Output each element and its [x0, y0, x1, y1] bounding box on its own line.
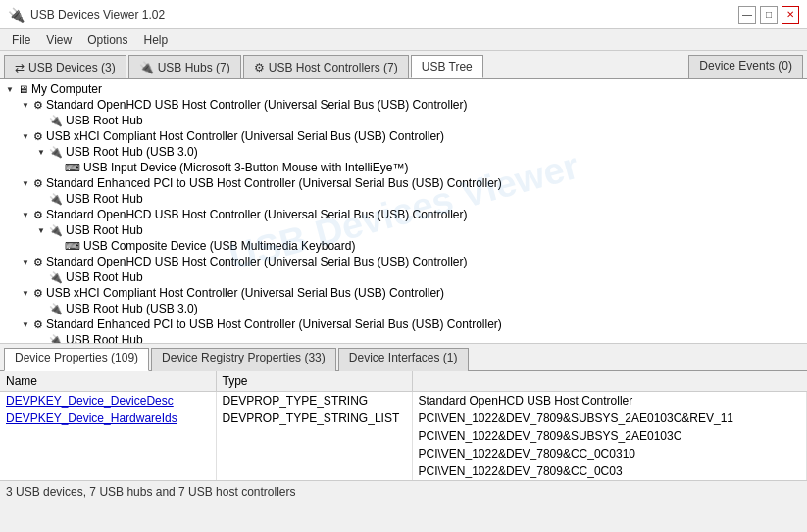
table-row: DEVPKEY_Device_DeviceDescDEVPROP_TYPE_ST… [0, 392, 807, 411]
computer-icon: 🖥 [18, 83, 28, 95]
menu-item-file[interactable]: File [4, 31, 38, 49]
usb-device-icon: ⌨ [65, 162, 80, 174]
col-header-value [412, 371, 807, 392]
tab-usb-devices[interactable]: ⇄USB Devices (3) [4, 55, 126, 78]
hub-icon: 🔌 [49, 334, 63, 345]
tree-area[interactable]: USB Devices Viewer ▼🖥My Computer▼⚙Standa… [0, 79, 807, 344]
tree-label: Standard OpenHCD USB Host Controller (Un… [46, 98, 467, 112]
tree-label: USB xHCI Compliant Host Controller (Univ… [46, 286, 444, 300]
tree-row[interactable]: ▼🔌USB Root Hub (USB 3.0) [0, 144, 807, 160]
prop-type [216, 427, 412, 445]
props-table: Name Type DEVPKEY_Device_DeviceDescDEVPR… [0, 371, 807, 480]
tree-label: USB Root Hub [66, 223, 143, 237]
menu-item-view[interactable]: View [38, 31, 79, 49]
tree-expander[interactable]: ▼ [33, 148, 49, 157]
hub-icon: 🔌 [139, 61, 154, 74]
bottom-tab-device-interfaces[interactable]: Device Interfaces (1) [338, 348, 469, 371]
tree-row[interactable]: ▼⚙Standard OpenHCD USB Host Controller (… [0, 97, 807, 113]
tree-label: USB Root Hub [66, 270, 143, 284]
tree-row[interactable]: 🔌USB Root Hub [0, 191, 807, 207]
status-text: 3 USB devices, 7 USB hubs and 7 USB host… [6, 485, 295, 499]
tree-expander[interactable]: ▼ [18, 258, 33, 266]
tree-expander[interactable]: ▼ [18, 179, 33, 188]
table-row: PCI\VEN_1022&DEV_7809&CC_0C0310 [0, 445, 807, 462]
tab-label: USB Hubs (7) [158, 61, 230, 74]
tree-expander[interactable]: ▼ [18, 132, 33, 141]
prop-name [0, 462, 216, 480]
tree-expander[interactable]: ▼ [2, 85, 18, 94]
tree-expander[interactable]: ▼ [18, 101, 33, 110]
app-title: USB Devices Viewer 1.02 [30, 8, 165, 22]
device-events-button[interactable]: Device Events (0) [688, 55, 803, 78]
maximize-button[interactable]: □ [760, 6, 778, 24]
tree-content: ▼🖥My Computer▼⚙Standard OpenHCD USB Host… [0, 79, 807, 344]
hub-icon: 🔌 [49, 146, 63, 159]
prop-type [216, 445, 412, 462]
app-icon: 🔌 [8, 7, 25, 23]
tree-label: My Computer [31, 82, 102, 96]
tree-label: USB xHCI Compliant Host Controller (Univ… [46, 129, 444, 143]
tree-expander[interactable]: ▼ [18, 320, 33, 329]
close-button[interactable]: ✕ [782, 6, 799, 24]
menu-item-options[interactable]: Options [79, 31, 135, 49]
menu-item-help[interactable]: Help [136, 31, 177, 49]
tree-label: Standard Enhanced PCI to USB Host Contro… [46, 317, 502, 331]
tab-usb-hubs[interactable]: 🔌USB Hubs (7) [128, 55, 241, 78]
tree-expander[interactable]: ▼ [33, 226, 49, 235]
gear-icon: ⚙ [33, 177, 43, 190]
gear-icon: ⚙ [33, 209, 43, 221]
menu-bar: FileViewOptionsHelp [0, 29, 807, 51]
tab-usb-tree[interactable]: USB Tree [411, 55, 483, 78]
col-header-name: Name [0, 371, 216, 392]
table-row: PCI\VEN_1022&DEV_7809&CC_0C03 [0, 462, 807, 480]
title-controls: — □ ✕ [738, 6, 799, 24]
tree-row[interactable]: ⌨USB Input Device (Microsoft 3-Button Mo… [0, 160, 807, 175]
tree-row[interactable]: ▼⚙Standard OpenHCD USB Host Controller (… [0, 254, 807, 269]
tree-row[interactable]: ▼⚙USB xHCI Compliant Host Controller (Un… [0, 285, 807, 301]
tab-usb-host-controllers[interactable]: ⚙USB Host Controllers (7) [243, 55, 409, 78]
status-bar: 3 USB devices, 7 USB hubs and 7 USB host… [0, 480, 807, 502]
tree-row[interactable]: 🔌USB Root Hub (USB 3.0) [0, 301, 807, 316]
prop-name [0, 445, 216, 462]
minimize-button[interactable]: — [738, 6, 756, 24]
tree-label: USB Root Hub (USB 3.0) [66, 302, 198, 315]
tree-row[interactable]: ⌨USB Composite Device (USB Multimedia Ke… [0, 238, 807, 254]
bottom-tab-device-registry[interactable]: Device Registry Properties (33) [151, 348, 336, 371]
gear-icon: ⚙ [254, 61, 265, 74]
usb-icon: ⇄ [15, 61, 25, 74]
tree-row[interactable]: ▼🖥My Computer [0, 81, 807, 97]
top-tab-bar: ⇄USB Devices (3)🔌USB Hubs (7)⚙USB Host C… [0, 51, 807, 79]
tree-row[interactable]: ▼⚙Standard Enhanced PCI to USB Host Cont… [0, 175, 807, 191]
gear-icon: ⚙ [33, 318, 43, 331]
gear-icon: ⚙ [33, 256, 43, 268]
bottom-tab-device-properties[interactable]: Device Properties (109) [4, 348, 149, 371]
hub-icon: 🔌 [49, 303, 63, 315]
tree-row[interactable]: 🔌USB Root Hub [0, 332, 807, 344]
tree-row[interactable]: ▼⚙Standard OpenHCD USB Host Controller (… [0, 207, 807, 222]
gear-icon: ⚙ [33, 287, 43, 300]
tab-label: USB Devices (3) [28, 61, 116, 74]
tree-row[interactable]: 🔌USB Root Hub [0, 113, 807, 128]
tree-row[interactable]: 🔌USB Root Hub [0, 269, 807, 285]
hub-icon: 🔌 [49, 271, 63, 284]
prop-name[interactable]: DEVPKEY_Device_DeviceDesc [0, 392, 216, 411]
tree-label: USB Input Device (Microsoft 3-Button Mou… [83, 161, 408, 174]
tab-label: USB Tree [422, 60, 473, 73]
prop-value: PCI\VEN_1022&DEV_7809&CC_0C03 [412, 462, 807, 480]
tree-row[interactable]: ▼⚙USB xHCI Compliant Host Controller (Un… [0, 128, 807, 144]
title-left: 🔌 USB Devices Viewer 1.02 [8, 7, 165, 23]
prop-value: PCI\VEN_1022&DEV_7809&CC_0C0310 [412, 445, 807, 462]
tree-label: Standard OpenHCD USB Host Controller (Un… [46, 255, 467, 268]
col-header-type: Type [216, 371, 412, 392]
tree-row[interactable]: ▼⚙Standard Enhanced PCI to USB Host Cont… [0, 316, 807, 332]
prop-name[interactable]: DEVPKEY_Device_HardwareIds [0, 410, 216, 427]
prop-name [0, 427, 216, 445]
tree-label: Standard OpenHCD USB Host Controller (Un… [46, 208, 467, 221]
hub-icon: 🔌 [49, 193, 63, 206]
usb-device-icon: ⌨ [65, 240, 80, 253]
props-area[interactable]: Name Type DEVPKEY_Device_DeviceDescDEVPR… [0, 371, 807, 480]
tree-expander[interactable]: ▼ [18, 211, 33, 219]
tree-expander[interactable]: ▼ [18, 289, 33, 298]
prop-value: Standard OpenHCD USB Host Controller [412, 392, 807, 411]
tree-row[interactable]: ▼🔌USB Root Hub [0, 222, 807, 238]
